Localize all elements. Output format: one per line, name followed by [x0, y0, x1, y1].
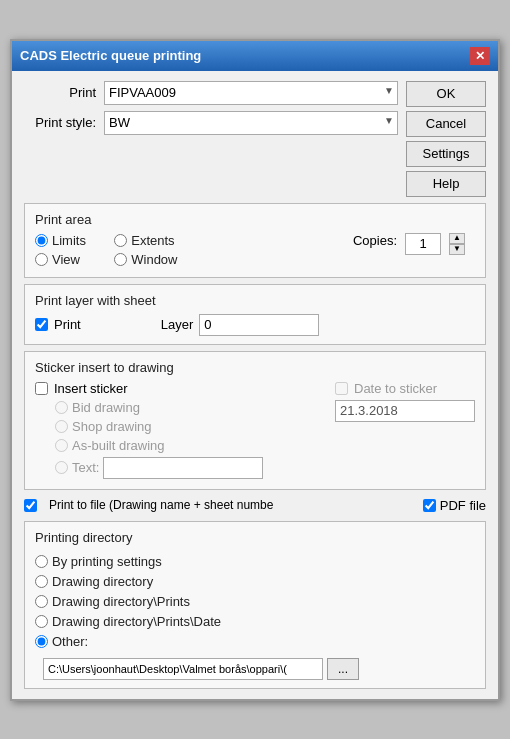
print-style-label: Print style:: [24, 115, 96, 130]
print-area-section: Print area Limits Extents View: [24, 203, 486, 278]
by-printing-label: By printing settings: [52, 554, 162, 569]
view-radio-row: View: [35, 252, 98, 267]
printing-dir-title: Printing directory: [35, 530, 475, 545]
settings-button[interactable]: Settings: [406, 141, 486, 167]
copies-up-button[interactable]: ▲: [449, 233, 465, 244]
path-row: ...: [43, 658, 475, 680]
by-printing-radio[interactable]: [35, 555, 48, 568]
asbuilt-radio-row: As-built drawing: [55, 438, 263, 453]
print-layer-title: Print layer with sheet: [35, 293, 475, 308]
layer-label: Layer: [161, 317, 194, 332]
copies-section: Copies: ▲ ▼: [353, 233, 465, 255]
date-sticker-row: Date to sticker: [335, 381, 475, 396]
ok-button[interactable]: OK: [406, 81, 486, 107]
window-radio-row: Window: [114, 252, 177, 267]
close-button[interactable]: ✕: [470, 47, 490, 65]
by-printing-row: By printing settings: [35, 554, 475, 569]
bid-radio-row: Bid drawing: [55, 400, 263, 415]
print-layer-checkbox-row: Print: [35, 317, 81, 332]
browse-button[interactable]: ...: [327, 658, 359, 680]
drawing-dir-row: Drawing directory: [35, 574, 475, 589]
date-input[interactable]: [335, 400, 475, 422]
window-title: CADS Electric queue printing: [20, 48, 201, 63]
sticker-section: Sticker insert to drawing Insert sticker…: [24, 351, 486, 490]
sticker-options: Bid drawing Shop drawing As-built drawin…: [55, 400, 263, 481]
copies-spinner: ▲ ▼: [449, 233, 465, 255]
print-layer-section: Print layer with sheet Print Layer: [24, 284, 486, 345]
drawing-dir-prints-radio[interactable]: [35, 595, 48, 608]
extents-radio-row: Extents: [114, 233, 177, 248]
window-label: Window: [131, 252, 177, 267]
drawing-dir-date-radio[interactable]: [35, 615, 48, 628]
shop-radio[interactable]: [55, 420, 68, 433]
drawing-dir-label: Drawing directory: [52, 574, 153, 589]
print-file-label: Print to file (Drawing name + sheet numb…: [49, 498, 273, 512]
print-label: Print: [24, 85, 96, 100]
copies-down-button[interactable]: ▼: [449, 244, 465, 255]
style-select[interactable]: BW: [104, 111, 398, 135]
drawing-dir-date-label: Drawing directory\Prints\Date: [52, 614, 221, 629]
text-radio[interactable]: [55, 461, 68, 474]
pdf-label: PDF file: [440, 498, 486, 513]
extents-radio[interactable]: [114, 234, 127, 247]
help-button[interactable]: Help: [406, 171, 486, 197]
drawing-dir-prints-label: Drawing directory\Prints: [52, 594, 190, 609]
print-area-title: Print area: [35, 212, 475, 227]
text-input[interactable]: [103, 457, 263, 479]
insert-sticker-checkbox[interactable]: [35, 382, 48, 395]
limits-radio-row: Limits: [35, 233, 98, 248]
text-label: Text:: [72, 460, 99, 475]
print-select-wrapper[interactable]: FIPVAA009: [104, 81, 398, 105]
copies-label: Copies:: [353, 233, 397, 248]
asbuilt-label: As-built drawing: [72, 438, 165, 453]
print-file-checkbox[interactable]: [24, 499, 37, 512]
drawing-dir-radio[interactable]: [35, 575, 48, 588]
pdf-checkbox[interactable]: [423, 499, 436, 512]
sticker-title: Sticker insert to drawing: [35, 360, 475, 375]
insert-sticker-row: Insert sticker: [35, 381, 263, 396]
other-row: Other:: [35, 634, 475, 649]
right-buttons: OK Cancel Settings Help: [406, 81, 486, 197]
path-input[interactable]: [43, 658, 323, 680]
print-file-row: Print to file (Drawing name + sheet numb…: [24, 496, 486, 515]
bid-radio[interactable]: [55, 401, 68, 414]
print-layer-checkbox[interactable]: [35, 318, 48, 331]
style-select-wrapper[interactable]: BW: [104, 111, 398, 135]
date-sticker-label: Date to sticker: [354, 381, 437, 396]
printing-dir-section: Printing directory By printing settings …: [24, 521, 486, 689]
drawing-dir-date-row: Drawing directory\Prints\Date: [35, 614, 475, 629]
layer-input[interactable]: [199, 314, 319, 336]
bid-label: Bid drawing: [72, 400, 140, 415]
limits-radio[interactable]: [35, 234, 48, 247]
other-label: Other:: [52, 634, 88, 649]
text-radio-row: Text:: [55, 457, 263, 479]
extents-label: Extents: [131, 233, 174, 248]
limits-label: Limits: [52, 233, 86, 248]
view-label: View: [52, 252, 80, 267]
insert-sticker-label: Insert sticker: [54, 381, 128, 396]
asbuilt-radio[interactable]: [55, 439, 68, 452]
main-window: CADS Electric queue printing ✕ Print FIP…: [10, 39, 500, 701]
shop-radio-row: Shop drawing: [55, 419, 263, 434]
print-layer-label: Print: [54, 317, 81, 332]
view-radio[interactable]: [35, 253, 48, 266]
date-sticker-checkbox[interactable]: [335, 382, 348, 395]
drawing-dir-prints-row: Drawing directory\Prints: [35, 594, 475, 609]
copies-input[interactable]: [405, 233, 441, 255]
title-bar: CADS Electric queue printing ✕: [12, 41, 498, 71]
other-radio[interactable]: [35, 635, 48, 648]
print-select[interactable]: FIPVAA009: [104, 81, 398, 105]
window-radio[interactable]: [114, 253, 127, 266]
shop-label: Shop drawing: [72, 419, 152, 434]
cancel-button[interactable]: Cancel: [406, 111, 486, 137]
